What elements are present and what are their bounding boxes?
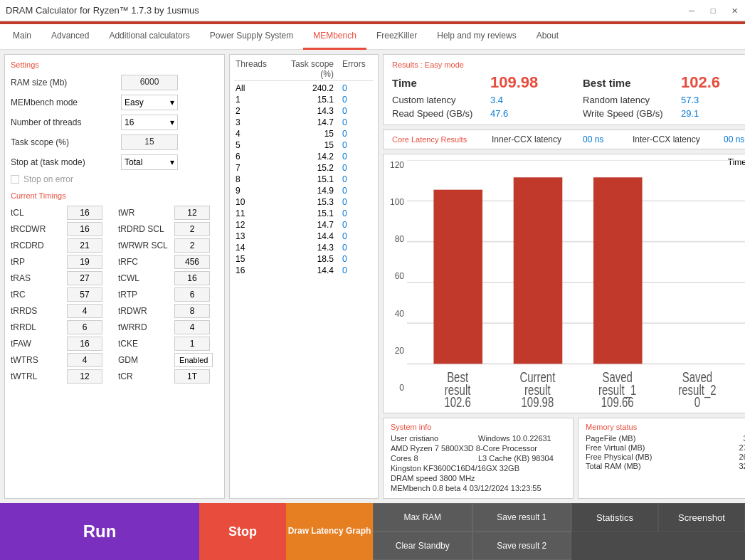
num-threads-select[interactable]: 16 ▾ xyxy=(121,115,178,130)
freevirtual-label: Free Virtual (MB) xyxy=(586,443,692,452)
tras-value[interactable]: 27 xyxy=(67,271,102,285)
trp-value[interactable]: 19 xyxy=(67,255,102,269)
timing-trrds: tRRDS 4 xyxy=(11,304,111,318)
memstatus-title: Memory status xyxy=(586,423,745,431)
tras-label: tRAS xyxy=(11,273,64,283)
gdm-value[interactable]: Enabled xyxy=(174,353,213,367)
membench-mode-select[interactable]: Easy ▾ xyxy=(121,95,178,110)
inter-ccx-value: 00 ns xyxy=(724,134,745,144)
save-result1-button[interactable]: Save result 1 xyxy=(472,503,572,532)
chevron-down-icon: ▾ xyxy=(170,157,174,167)
stop-at-select[interactable]: Total ▾ xyxy=(121,154,178,170)
sysinfo-l3: L3 Cache (KB) 98304 xyxy=(478,454,566,463)
trcdrd-value[interactable]: 21 xyxy=(67,238,102,253)
menu-item-advanced[interactable]: Advanced xyxy=(41,24,99,50)
twrrd-label: tWRRD xyxy=(118,322,171,332)
timing-trdwr: tRDWR 8 xyxy=(118,304,218,318)
twtrl-value[interactable]: 12 xyxy=(67,369,102,384)
settings-title: Settings xyxy=(11,60,218,69)
num-threads-row: Number of threads 16 ▾ xyxy=(11,115,218,130)
tfaw-value[interactable]: 16 xyxy=(67,337,102,351)
chart-svg: Best result 102.6 Current result 109.98 … xyxy=(407,160,745,407)
trdrdscl-value[interactable]: 2 xyxy=(174,222,210,236)
menu-item-freezkiller[interactable]: FreezKiller xyxy=(366,24,427,50)
results-panel: Results : Easy mode Time 109.98 Custom l… xyxy=(383,54,745,499)
sysinfo-ram: Kingston KF3600C16D4/16GX 32GB xyxy=(391,464,566,472)
timing-twrwrscl: tWRWR SCL 2 xyxy=(118,238,218,253)
svg-rect-7 xyxy=(514,177,563,364)
core-latency-panel: Core Latency Results Inner-CCX latency 0… xyxy=(383,130,745,149)
stop-on-error-checkbox[interactable] xyxy=(11,175,19,184)
trrdl-label: tRRDL xyxy=(11,322,64,332)
close-button[interactable]: ✕ xyxy=(724,0,745,21)
write-speed-row: Write Speed (GB/s) 29.1 xyxy=(583,108,745,119)
trc-value[interactable]: 57 xyxy=(67,287,102,302)
save-result2-button[interactable]: Save result 2 xyxy=(472,532,572,560)
tcke-value[interactable]: 1 xyxy=(174,337,210,351)
trdwr-value[interactable]: 8 xyxy=(174,304,210,318)
task-scope-value[interactable]: 15 xyxy=(121,134,178,150)
table-row: 12 14.7 0 xyxy=(234,219,374,231)
maximize-button[interactable]: □ xyxy=(702,0,724,21)
twrwrscl-value[interactable]: 2 xyxy=(174,238,210,253)
table-row: All 240.2 0 xyxy=(234,83,374,94)
trrds-value[interactable]: 4 xyxy=(67,304,102,318)
time-label: Time xyxy=(392,77,485,89)
sysinfo-title: System info xyxy=(391,423,566,431)
run-button[interactable]: Run xyxy=(0,503,199,560)
trrds-label: tRRDS xyxy=(11,306,64,316)
table-row: 9 14.9 0 xyxy=(234,185,374,196)
membench-mode-label: MEMbench mode xyxy=(11,97,121,107)
freevirtual-value: 27346 xyxy=(699,443,745,452)
trc-label: tRC xyxy=(11,290,64,300)
timing-tcwl: tCWL 16 xyxy=(118,271,218,285)
menu-item-pss[interactable]: Power Supply System xyxy=(200,24,303,50)
statistics-button[interactable]: Statistics xyxy=(571,503,658,532)
best-time-label: Best time xyxy=(583,77,675,89)
menu-item-membench[interactable]: MEMbench xyxy=(303,24,366,50)
twrrd-value[interactable]: 4 xyxy=(174,320,210,334)
ram-size-label: RAM size (Mb) xyxy=(11,78,121,88)
table-row: 4 15 0 xyxy=(234,128,374,139)
trrdl-value[interactable]: 6 xyxy=(67,320,102,334)
stop-button[interactable]: Stop xyxy=(199,503,286,560)
menu-item-about[interactable]: About xyxy=(527,24,569,50)
twtrs-value[interactable]: 4 xyxy=(67,353,102,367)
trcdrd-label: tRCDRD xyxy=(11,241,64,250)
ram-size-value[interactable]: 6000 xyxy=(121,75,178,90)
trfc-value[interactable]: 456 xyxy=(174,255,210,269)
trcdwr-label: tRCDWR xyxy=(11,224,64,234)
custom-latency-label: Custom latency xyxy=(392,95,485,105)
results-top: Results : Easy mode Time 109.98 Custom l… xyxy=(383,54,745,125)
trtp-value[interactable]: 6 xyxy=(174,287,210,302)
timing-trrdl: tRRDL 6 xyxy=(11,320,111,334)
menu-item-help[interactable]: Help and my reviews xyxy=(427,24,526,50)
ram-size-row: RAM size (Mb) 6000 xyxy=(11,75,218,90)
trp-label: tRP xyxy=(11,257,64,267)
stop-at-row: Stop at (task mode) Total ▾ xyxy=(11,154,218,170)
app-title: DRAM Calculator for Ryzen™ 1.7.3 by 1usm… xyxy=(6,5,199,16)
bottom-toolbar: Run Stop Draw Latency Graph Max RAM Save… xyxy=(0,503,745,560)
table-row: 8 15.1 0 xyxy=(234,174,374,185)
latency-graph-button[interactable]: Draw Latency Graph xyxy=(286,503,373,560)
minimize-button[interactable]: ─ xyxy=(681,0,702,21)
tcl-value[interactable]: 16 xyxy=(67,206,102,220)
freephysical-label: Free Physical (MB) xyxy=(586,453,692,461)
timing-tras: tRAS 27 xyxy=(11,271,111,285)
trfc-label: tRFC xyxy=(118,257,171,267)
col-errors: Errors xyxy=(341,59,379,79)
menu-item-main[interactable]: Main xyxy=(3,24,41,50)
thread-table-panel: Threads Task scope (%) Errors All 240.2 … xyxy=(229,54,379,499)
bottom-button-group: Clear Standby Save result 2 xyxy=(373,532,745,560)
trcdwr-value[interactable]: 16 xyxy=(67,222,102,236)
clear-standby-button[interactable]: Clear Standby xyxy=(373,532,472,560)
tcwl-value[interactable]: 16 xyxy=(174,271,210,285)
max-ram-button[interactable]: Max RAM xyxy=(373,503,472,532)
table-row: 10 15.3 0 xyxy=(234,196,374,208)
menu-item-additional[interactable]: Additional calculators xyxy=(99,24,199,50)
twr-value[interactable]: 12 xyxy=(174,206,210,220)
task-scope-label: Task scope (%) xyxy=(11,137,121,147)
top-button-group: Max RAM Save result 1 Statistics Screens… xyxy=(373,503,745,532)
tcr-value[interactable]: 1T xyxy=(174,369,210,384)
screenshot-button[interactable]: Screenshot xyxy=(658,503,745,532)
